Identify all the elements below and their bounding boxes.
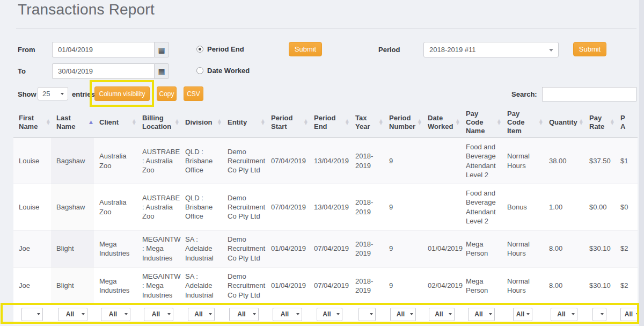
- sort-carets-icon: ▲▼: [418, 120, 421, 125]
- radio-period-end[interactable]: Period End: [196, 45, 244, 53]
- cell-division: SA : Adelaide Industrial: [180, 267, 222, 305]
- cell-period-end: 07/04/2019: [309, 230, 350, 267]
- sort-carets-icon: ▲▼: [379, 120, 383, 125]
- column-filter-select-period-number[interactable]: All: [390, 308, 416, 321]
- to-calendar-addon[interactable]: ▦: [154, 63, 169, 79]
- column-label: Tax Year: [355, 114, 370, 131]
- cell-last-name: Bagshaw: [51, 184, 94, 230]
- column-filter-select-period-start[interactable]: All: [273, 308, 302, 321]
- column-header-first-name[interactable]: First Name▲▼: [13, 107, 51, 137]
- filter-cell: [13, 304, 51, 324]
- column-filter-select-division[interactable]: All: [188, 308, 215, 321]
- column-header-period-end[interactable]: Period End▲▼: [309, 107, 350, 137]
- page-length-select[interactable]: 25: [38, 87, 68, 100]
- radio-date-worked-label: Date Worked: [207, 67, 250, 75]
- column-header-pay-code-name[interactable]: Pay Code Name▲▼: [460, 107, 502, 137]
- filter-cell: [584, 304, 615, 324]
- column-filter-select-billing-location[interactable]: All: [144, 308, 173, 321]
- cell-pay-rate: $37.50: [584, 137, 615, 184]
- column-label: Billing Location: [142, 114, 171, 131]
- cell-pay-code-name: Food and Beverage Attendant Level 2: [460, 137, 502, 184]
- cell-last-name: Bagshaw: [51, 137, 94, 184]
- calendar-icon: ▦: [158, 68, 165, 75]
- chevron-down-icon: [549, 49, 553, 52]
- period-submit-button[interactable]: Submit: [573, 42, 606, 56]
- csv-button[interactable]: CSV: [184, 86, 203, 101]
- from-calendar-addon[interactable]: ▦: [154, 42, 169, 57]
- radio-date-worked[interactable]: Date Worked: [196, 67, 250, 75]
- column-filter-select-tax-year[interactable]: [358, 308, 376, 321]
- column-header-quantity[interactable]: Quantity▲▼: [544, 107, 584, 137]
- column-filter-select-pay-code-item[interactable]: All: [513, 308, 532, 321]
- scrollbar-track[interactable]: [639, 0, 644, 326]
- cell-period-start: 01/04/2019: [266, 267, 309, 305]
- cell-first-name: Louise: [13, 184, 51, 230]
- table-row[interactable]: JoeBlightMega IndustriesMEGAINTW : Mega …: [13, 267, 638, 305]
- chevron-down-icon: [601, 313, 604, 315]
- period-select[interactable]: 2018-2019 #11: [423, 42, 559, 57]
- column-filter-select-date-worked[interactable]: All: [429, 308, 455, 321]
- cell-p-a: $2: [615, 230, 638, 267]
- radio-period-end-label: Period End: [207, 45, 244, 53]
- column-filter-select-last-name[interactable]: All: [58, 308, 87, 321]
- column-header-tax-year[interactable]: Tax Year▲▼: [350, 107, 384, 137]
- column-header-p-a[interactable]: P A▲▼: [615, 107, 638, 137]
- column-header-entity[interactable]: Entity▲▼: [222, 107, 266, 137]
- chevron-down-icon: [296, 313, 299, 315]
- column-filter-select-client[interactable]: All: [101, 308, 130, 321]
- column-filter-select-quantity[interactable]: All: [551, 308, 577, 321]
- radio-button-icon[interactable]: [196, 46, 203, 53]
- cell-client: Mega Industries: [94, 267, 137, 305]
- sort-carets-icon: ▲▼: [456, 120, 459, 125]
- cell-first-name: Louise: [13, 137, 51, 184]
- cell-tax-year: 2018-2019: [350, 230, 384, 267]
- to-date-group: ▦: [52, 63, 169, 79]
- chevron-down-icon: [449, 313, 452, 315]
- search-input[interactable]: [542, 87, 636, 102]
- cell-division: SA : Adelaide Industrial: [180, 230, 222, 267]
- search-label: Search:: [511, 90, 537, 98]
- filter-cell: All: [460, 304, 502, 324]
- table-row[interactable]: LouiseBagshawAustralia ZooAUSTRABE : Aus…: [13, 184, 638, 230]
- column-header-pay-code-item[interactable]: Pay Code Item▲▼: [502, 107, 544, 137]
- to-label: To: [18, 67, 26, 75]
- column-filter-select-entity[interactable]: All: [229, 308, 259, 321]
- column-filter-select-first-name[interactable]: [21, 308, 43, 321]
- column-header-date-worked[interactable]: Date Worked▲▼: [422, 107, 460, 137]
- period-select-value: 2018-2019 #11: [424, 46, 476, 54]
- filter-cell: All: [422, 304, 460, 324]
- filter-cell: All: [180, 304, 222, 324]
- chevron-down-icon: [370, 313, 373, 315]
- filter-value: All: [323, 310, 335, 318]
- copy-button[interactable]: Copy: [157, 86, 177, 101]
- column-label: Last Name: [56, 114, 75, 131]
- column-label: Pay Code Name: [466, 110, 485, 135]
- radio-button-icon[interactable]: [196, 67, 203, 74]
- chevron-down-icon: [61, 93, 64, 95]
- column-header-billing-location[interactable]: Billing Location▲▼: [137, 107, 180, 137]
- column-header-division[interactable]: Division▲▼: [180, 107, 222, 137]
- chevron-down-icon: [167, 313, 171, 315]
- column-filter-select-pay-code-name[interactable]: All: [468, 308, 495, 321]
- table-row[interactable]: LouiseBagshawAustralia ZooAUSTRABE : Aus…: [13, 137, 638, 184]
- from-date-input[interactable]: [52, 42, 154, 57]
- column-filter-select-pay-rate[interactable]: [592, 308, 606, 321]
- to-date-input[interactable]: [52, 63, 154, 79]
- cell-billing-location: AUSTRABE : Australia Zoo: [137, 137, 180, 184]
- column-header-last-name[interactable]: Last Name▲▼: [51, 107, 94, 137]
- column-filter-select-p-a[interactable]: All: [620, 308, 638, 321]
- column-visibility-button[interactable]: Column visibility: [94, 86, 150, 101]
- filter-value: All: [281, 310, 294, 318]
- submit-button[interactable]: Submit: [289, 42, 322, 56]
- filter-value: All: [474, 310, 487, 318]
- table-row[interactable]: JoeBlightMega IndustriesMEGAINTW : Mega …: [13, 230, 638, 267]
- column-filter-select-period-end[interactable]: All: [317, 308, 342, 321]
- table-filter-row: AllAllAllAllAllAllAllAllAllAllAllAllAll: [13, 304, 638, 324]
- filter-cell: All: [615, 304, 638, 324]
- column-header-pay-rate[interactable]: Pay Rate▲▼: [584, 107, 615, 137]
- column-header-period-start[interactable]: Period Start▲▼: [266, 107, 309, 137]
- sort-carets-icon: ▲▼: [218, 120, 221, 125]
- column-header-client[interactable]: Client▲▼: [94, 107, 137, 137]
- column-header-period-number[interactable]: Period Number▲▼: [384, 107, 422, 137]
- filter-value: All: [557, 310, 570, 318]
